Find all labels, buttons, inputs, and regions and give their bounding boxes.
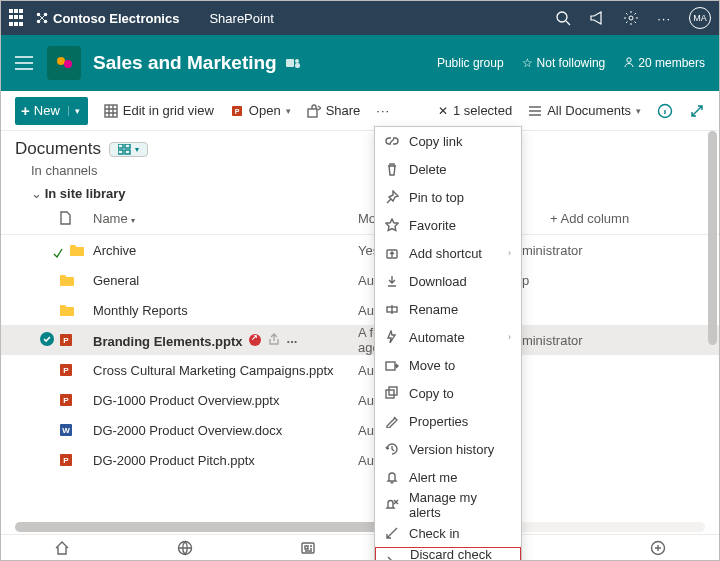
file-name[interactable]: Cross Cultural Marketing Campaigns.pptx <box>93 363 334 378</box>
svg-point-6 <box>629 16 633 20</box>
search-icon[interactable] <box>555 10 571 26</box>
svg-rect-36 <box>386 390 394 398</box>
group-in-site-library[interactable]: ⌄ In site library <box>1 182 719 205</box>
follow-button[interactable]: ☆Not following <box>522 56 606 70</box>
file-row[interactable]: WDG-2000 Product Overview.docxAugust <box>1 415 719 445</box>
view-switcher[interactable]: ▾ <box>109 142 148 157</box>
checked-out-icon <box>249 334 261 346</box>
settings-icon[interactable] <box>623 10 639 26</box>
file-name[interactable]: Monthly Reports <box>93 303 188 318</box>
row-selected-icon[interactable] <box>39 331 55 347</box>
overflow-button[interactable]: ··· <box>376 103 390 118</box>
svg-text:P: P <box>63 366 69 375</box>
menu-item-checkin[interactable]: Check in <box>375 519 521 547</box>
members-button[interactable]: 20 members <box>623 56 705 70</box>
svg-rect-35 <box>386 362 395 370</box>
expand-icon[interactable] <box>689 103 705 119</box>
svg-rect-19 <box>125 144 130 148</box>
context-menu: Copy linkDeletePin to topFavoriteAdd sho… <box>374 126 522 561</box>
svg-rect-20 <box>118 150 123 154</box>
file-type-icon <box>59 242 93 258</box>
file-type-icon: P <box>59 393 93 407</box>
menu-item-automate[interactable]: Automate› <box>375 323 521 351</box>
svg-rect-21 <box>125 150 130 154</box>
nav-toggle-icon[interactable] <box>15 56 33 70</box>
o365-suite-bar: Contoso Electronics SharePoint ··· MA <box>1 1 719 35</box>
site-title[interactable]: Sales and Marketing <box>93 52 277 74</box>
svg-text:P: P <box>63 396 69 405</box>
file-name[interactable]: DG-1000 Product Overview.pptx <box>93 393 279 408</box>
svg-rect-9 <box>286 59 294 67</box>
horizontal-scrollbar[interactable] <box>15 522 705 532</box>
file-row[interactable]: ArchiveYesterdayAdministrator <box>1 235 719 265</box>
chevron-right-icon: › <box>508 248 511 258</box>
info-icon[interactable] <box>657 103 673 119</box>
file-name[interactable]: DG-2000 Product Pitch.pptx <box>93 453 255 468</box>
add-icon[interactable] <box>650 540 666 556</box>
file-type-icon <box>59 302 93 318</box>
news-icon[interactable] <box>300 540 316 556</box>
menu-item-rename[interactable]: Rename <box>375 295 521 323</box>
col-type-icon[interactable] <box>59 211 93 228</box>
menu-item-copyto[interactable]: Copy to <box>375 379 521 407</box>
brand-logo-icon <box>35 11 49 25</box>
menu-item-manage[interactable]: Manage my alerts <box>375 491 521 519</box>
menu-item-pin[interactable]: Pin to top <box>375 183 521 211</box>
svg-text:P: P <box>63 336 69 345</box>
command-bar: + New ▾ Edit in grid view P Open▾ Share … <box>1 91 719 131</box>
view-menu[interactable]: All Documents▾ <box>528 103 641 118</box>
site-logo[interactable] <box>47 46 81 80</box>
menu-item-bell[interactable]: Alert me <box>375 463 521 491</box>
file-row[interactable]: PDG-1000 Product Overview.pptxAugust <box>1 385 719 415</box>
file-row[interactable]: Monthly ReportsAugust <box>1 295 719 325</box>
file-row[interactable]: PDG-2000 Product Pitch.pptxAugust <box>1 445 719 475</box>
library-heading: Documents ▾ <box>1 131 719 159</box>
open-button[interactable]: P Open▾ <box>230 103 291 118</box>
col-name[interactable]: Name▾ <box>93 211 358 228</box>
row-more-icon[interactable]: ··· <box>287 334 298 349</box>
group-in-channels-truncated: In channels <box>1 159 719 182</box>
menu-item-properties[interactable]: Properties <box>375 407 521 435</box>
svg-line-5 <box>566 21 570 25</box>
more-icon[interactable]: ··· <box>657 11 671 26</box>
menu-item-shortcut[interactable]: Add shortcut› <box>375 239 521 267</box>
share-icon[interactable] <box>267 332 281 346</box>
col-add[interactable]: + Add column <box>550 211 719 228</box>
svg-rect-37 <box>389 387 397 395</box>
chevron-down-icon: ⌄ <box>31 186 41 201</box>
svg-text:P: P <box>63 456 69 465</box>
menu-item-history[interactable]: Version history <box>375 435 521 463</box>
app-launcher-icon[interactable] <box>9 9 27 27</box>
menu-item-trash[interactable]: Delete <box>375 155 521 183</box>
file-name[interactable]: DG-2000 Product Overview.docx <box>93 423 282 438</box>
globe-icon[interactable] <box>177 540 193 556</box>
menu-item-moveto[interactable]: Move to <box>375 351 521 379</box>
file-name[interactable]: Archive <box>93 243 136 258</box>
selection-count[interactable]: ✕1 selected <box>438 103 512 118</box>
vertical-scrollbar[interactable] <box>708 131 717 520</box>
menu-item-link[interactable]: Copy link <box>375 127 521 155</box>
new-button[interactable]: + New ▾ <box>15 97 88 125</box>
svg-rect-18 <box>118 144 123 148</box>
column-headers: Name▾ Modified y▾ + Add column <box>1 205 719 235</box>
megaphone-icon[interactable] <box>589 10 605 26</box>
menu-item-star[interactable]: Favorite <box>375 211 521 239</box>
svg-rect-11 <box>295 63 300 68</box>
file-row[interactable]: PBranding Elements.pptx···A few seconds … <box>1 325 719 355</box>
brand-name[interactable]: Contoso Electronics <box>53 11 179 26</box>
home-icon[interactable] <box>54 540 70 556</box>
app-name[interactable]: SharePoint <box>209 11 273 26</box>
file-row[interactable]: GeneralAugustApp <box>1 265 719 295</box>
file-type-icon: P <box>59 453 93 467</box>
menu-item-download[interactable]: Download <box>375 267 521 295</box>
file-row[interactable]: PCross Cultural Marketing Campaigns.pptx… <box>1 355 719 385</box>
user-avatar[interactable]: MA <box>689 7 711 29</box>
share-button[interactable]: Share <box>307 103 361 118</box>
file-name[interactable]: General <box>93 273 139 288</box>
file-name[interactable]: Branding Elements.pptx <box>93 334 243 349</box>
mobile-footer-nav <box>1 534 719 560</box>
teams-icon[interactable] <box>285 55 301 71</box>
chevron-down-icon[interactable]: ▾ <box>68 106 80 116</box>
edit-grid-button[interactable]: Edit in grid view <box>104 103 214 118</box>
menu-item-discard[interactable]: Discard check out <box>375 547 521 561</box>
